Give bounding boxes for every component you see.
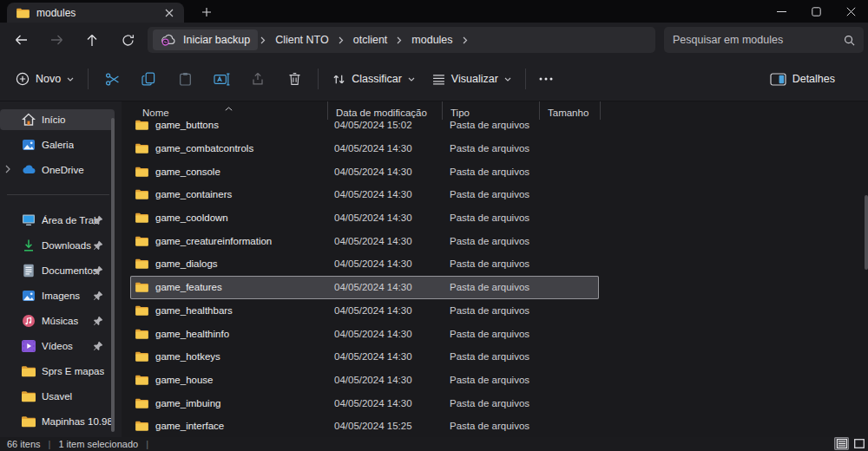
sidebar-scrollbar[interactable]: [111, 118, 115, 432]
cut-button[interactable]: [94, 64, 130, 94]
list-scrollbar[interactable]: [865, 195, 868, 270]
folder-icon: [135, 375, 148, 385]
close-button[interactable]: [833, 0, 868, 23]
breadcrumb-backup-label: Iniciar backup: [183, 34, 250, 46]
up-button[interactable]: [77, 27, 107, 53]
selection-count: 1 item selecionado: [58, 439, 138, 449]
sidebar-item[interactable]: Imagens: [0, 285, 115, 306]
sort-button[interactable]: Classificar: [324, 64, 424, 94]
file-date: 04/05/2024 14:30: [334, 351, 450, 362]
sidebar-item[interactable]: Mapinhas 10.98: [0, 411, 115, 432]
sidebar-item[interactable]: Downloads: [0, 235, 115, 256]
copy-button[interactable]: [130, 64, 167, 94]
file-date: 04/05/2024 14:30: [334, 212, 450, 223]
file-row[interactable]: game_dialogs 04/05/2024 14:30 Pasta de a…: [130, 252, 599, 276]
file-row[interactable]: game_hotkeys 04/05/2024 14:30 Pasta de a…: [130, 345, 599, 369]
file-row[interactable]: game_containers 04/05/2024 14:30 Pasta d…: [130, 183, 599, 206]
close-icon: [846, 7, 856, 16]
chevron-expand-icon[interactable]: [5, 165, 14, 175]
breadcrumb-modules[interactable]: modules: [404, 34, 459, 46]
breadcrumb-otclient[interactable]: otclient: [346, 34, 395, 46]
rename-icon: [214, 73, 230, 86]
column-header-date[interactable]: Data de modificação: [328, 101, 443, 120]
icons-view-button[interactable]: [852, 437, 866, 450]
sidebar-item[interactable]: Vídeos: [0, 336, 115, 356]
column-header-size[interactable]: Tamanho: [540, 101, 601, 120]
breadcrumb-client-nto[interactable]: Client NTO: [268, 34, 336, 46]
minimize-button[interactable]: [764, 0, 799, 23]
file-row[interactable]: game_imbuing 04/05/2024 14:30 Pasta de a…: [130, 391, 599, 415]
toolbar-separator: [318, 69, 319, 89]
file-row[interactable]: game_console 04/05/2024 14:30 Pasta de a…: [130, 160, 599, 183]
file-date: 04/05/2024 14:30: [334, 305, 450, 316]
chevron-down-icon: [504, 77, 511, 82]
sidebar-item[interactable]: Galeria: [0, 134, 115, 155]
arrow-up-icon: [86, 34, 98, 47]
back-button[interactable]: [6, 27, 36, 53]
sidebar-item[interactable]: Documentos: [0, 260, 115, 281]
sidebar-item[interactable]: Usavel: [0, 386, 115, 407]
details-view-button[interactable]: [834, 437, 849, 450]
folder-icon: [22, 415, 36, 428]
new-tab-button[interactable]: [194, 3, 219, 22]
sidebar-item[interactable]: Área de Trab: [0, 210, 115, 231]
folder-icon: [135, 143, 148, 154]
share-button[interactable]: [240, 64, 276, 94]
file-list: Nome Data de modificação Tipo Tamanho ga…: [122, 101, 868, 437]
file-row[interactable]: game_house 04/05/2024 14:30 Pasta de arq…: [130, 369, 599, 392]
view-button[interactable]: Visualizar: [424, 64, 520, 94]
address-bar[interactable]: Iniciar backup Client NTO otclient modul…: [148, 27, 655, 53]
file-type: Pasta de arquivos: [450, 212, 547, 223]
rename-button[interactable]: [203, 64, 240, 94]
sidebar-item-label: Músicas: [42, 316, 78, 326]
sidebar-item[interactable]: Início: [0, 109, 115, 130]
details-pane-button[interactable]: Detalhes: [761, 64, 844, 94]
sidebar-item[interactable]: OneDrive: [0, 160, 115, 180]
video-icon: [22, 339, 36, 353]
onedrive-sync-icon: [161, 34, 177, 46]
download-icon: [22, 239, 36, 252]
list-header: Nome Data de modificação Tipo Tamanho: [130, 101, 601, 120]
pin-icon: [93, 291, 103, 301]
tab-close-icon[interactable]: [161, 5, 177, 21]
file-name: game_console: [155, 167, 220, 177]
folder-icon: [135, 212, 148, 223]
file-row[interactable]: game_cooldown 04/05/2024 14:30 Pasta de …: [130, 206, 599, 230]
delete-icon: [288, 72, 301, 86]
maximize-button[interactable]: [799, 0, 833, 23]
file-row[interactable]: game_creatureinformation 04/05/2024 14:3…: [130, 229, 599, 252]
file-row[interactable]: game_combatcontrols 04/05/2024 14:30 Pas…: [130, 137, 599, 160]
file-row[interactable]: game_features 04/05/2024 14:30 Pasta de …: [130, 276, 599, 299]
file-date: 04/05/2024 14:30: [334, 375, 450, 385]
search-input[interactable]: [673, 34, 844, 46]
music-icon: [22, 314, 36, 328]
sidebar-item[interactable]: Sprs E mapas: [0, 361, 115, 382]
tab-modules[interactable]: modules: [7, 3, 184, 23]
search-box[interactable]: [664, 27, 864, 53]
sidebar-item[interactable]: Músicas: [0, 310, 115, 331]
forward-button[interactable]: [42, 27, 71, 53]
paste-button[interactable]: [167, 64, 203, 94]
sidebar-item-label: Documentos: [42, 265, 98, 276]
view-button-label: Visualizar: [451, 73, 498, 85]
file-date: 04/05/2024 15:02: [334, 120, 450, 130]
more-icon: [539, 77, 553, 81]
file-date: 04/05/2024 14:30: [334, 167, 450, 177]
sidebar-item-label: OneDrive: [42, 165, 84, 175]
delete-button[interactable]: [276, 64, 312, 94]
file-row[interactable]: game_interface 04/05/2024 15:25 Pasta de…: [130, 415, 599, 437]
column-header-type[interactable]: Tipo: [443, 101, 540, 120]
more-button[interactable]: [531, 64, 561, 94]
column-header-name[interactable]: Nome: [130, 101, 328, 120]
new-button[interactable]: Novo: [7, 64, 82, 94]
file-type: Pasta de arquivos: [450, 143, 547, 154]
chevron-right-icon: [336, 36, 346, 44]
file-row[interactable]: game_healthbars 04/05/2024 14:30 Pasta d…: [130, 299, 599, 323]
file-date: 04/05/2024 14:30: [334, 258, 450, 269]
file-row[interactable]: game_healthinfo 04/05/2024 14:30 Pasta d…: [130, 322, 599, 345]
folder-icon: [135, 282, 148, 292]
breadcrumb-backup[interactable]: Iniciar backup: [153, 29, 258, 50]
refresh-button[interactable]: [113, 27, 142, 53]
file-type: Pasta de arquivos: [450, 421, 547, 431]
sidebar-item-label: Área de Trab: [42, 215, 99, 226]
